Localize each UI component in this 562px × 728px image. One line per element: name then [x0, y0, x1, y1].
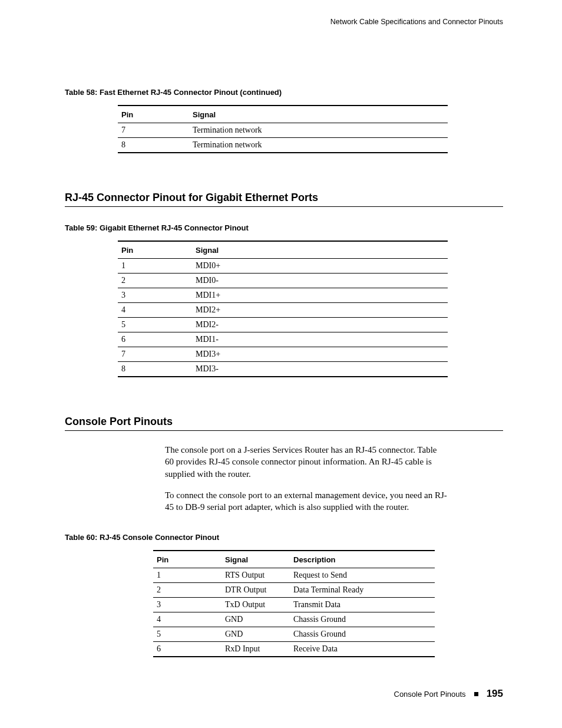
cell-signal: MDI0+ — [192, 259, 448, 274]
table-row: 8 Termination network — [118, 138, 448, 153]
section-heading-gigabit: RJ-45 Connector Pinout for Gigabit Ether… — [65, 192, 503, 204]
page-footer: Console Port Pinouts 195 — [394, 688, 504, 700]
cell-description: Data Terminal Ready — [290, 583, 435, 598]
cell-signal: GND — [222, 612, 290, 627]
cell-pin: 8 — [118, 138, 189, 153]
cell-pin: 1 — [153, 568, 222, 583]
cell-signal: MDI2+ — [192, 303, 448, 318]
table-row: 4MDI2+ — [118, 303, 448, 318]
cell-signal: RxD Input — [222, 642, 290, 657]
table-row: 7 Termination network — [118, 123, 448, 138]
cell-description: Request to Send — [290, 568, 435, 583]
table-58-caption: Table 58: Fast Ethernet RJ-45 Connector … — [65, 88, 503, 97]
paragraph: The console port on a J-series Services … — [165, 444, 448, 480]
cell-pin: 4 — [153, 612, 222, 627]
paragraph: To connect the console port to an extern… — [165, 489, 448, 513]
cell-pin: 2 — [153, 583, 222, 598]
cell-pin: 5 — [118, 318, 192, 332]
cell-pin: 1 — [118, 259, 192, 274]
th-pin: Pin — [153, 551, 222, 568]
cell-pin: 7 — [118, 123, 189, 138]
running-header: Network Cable Specifications and Connect… — [65, 18, 503, 26]
bullet-square-icon — [474, 692, 478, 696]
table-59-caption: Table 59: Gigabit Ethernet RJ-45 Connect… — [65, 223, 503, 232]
cell-signal: RTS Output — [222, 568, 290, 583]
table-row: 6MDI1- — [118, 332, 448, 347]
cell-description: Chassis Ground — [290, 612, 435, 627]
table-row: 3MDI1+ — [118, 288, 448, 303]
th-signal: Signal — [192, 241, 448, 259]
table-row: 8MDI3- — [118, 362, 448, 377]
th-pin: Pin — [118, 106, 189, 123]
cell-signal: MDI1+ — [192, 288, 448, 303]
table-60: Pin Signal Description 1RTS OutputReques… — [153, 550, 435, 657]
cell-signal: GND — [222, 627, 290, 642]
page-number: 195 — [487, 688, 503, 700]
cell-description: Transmit Data — [290, 598, 435, 612]
cell-pin: 2 — [118, 274, 192, 288]
table-60-caption: Table 60: RJ-45 Console Connector Pinout — [65, 533, 503, 542]
th-signal: Signal — [189, 106, 448, 123]
cell-signal: MDI2- — [192, 318, 448, 332]
cell-signal: MDI3- — [192, 362, 448, 377]
th-signal: Signal — [222, 551, 290, 568]
table-row: 1MDI0+ — [118, 259, 448, 274]
table-row: 2MDI0- — [118, 274, 448, 288]
cell-pin: 6 — [118, 332, 192, 347]
cell-signal: MDI0- — [192, 274, 448, 288]
section-heading-console: Console Port Pinouts — [65, 416, 503, 428]
table-row: 5MDI2- — [118, 318, 448, 332]
body-text: The console port on a J-series Services … — [165, 444, 448, 513]
cell-signal: MDI1- — [192, 332, 448, 347]
table-59: Pin Signal 1MDI0+ 2MDI0- 3MDI1+ 4MDI2+ 5… — [118, 241, 448, 377]
cell-signal: DTR Output — [222, 583, 290, 598]
table-58: Pin Signal 7 Termination network 8 Termi… — [118, 105, 448, 153]
cell-signal: Termination network — [189, 123, 448, 138]
cell-pin: 5 — [153, 627, 222, 642]
th-description: Description — [290, 551, 435, 568]
cell-pin: 4 — [118, 303, 192, 318]
cell-signal: MDI3+ — [192, 347, 448, 362]
cell-signal: Termination network — [189, 138, 448, 153]
table-row: 6RxD InputReceive Data — [153, 642, 435, 657]
table-row: 5GNDChassis Ground — [153, 627, 435, 642]
th-pin: Pin — [118, 241, 192, 259]
table-row: 2DTR OutputData Terminal Ready — [153, 583, 435, 598]
cell-description: Receive Data — [290, 642, 435, 657]
cell-pin: 3 — [153, 598, 222, 612]
cell-pin: 6 — [153, 642, 222, 657]
table-row: 1RTS OutputRequest to Send — [153, 568, 435, 583]
cell-pin: 7 — [118, 347, 192, 362]
cell-pin: 8 — [118, 362, 192, 377]
table-row: 3TxD OutputTransmit Data — [153, 598, 435, 612]
cell-signal: TxD Output — [222, 598, 290, 612]
cell-pin: 3 — [118, 288, 192, 303]
cell-description: Chassis Ground — [290, 627, 435, 642]
table-row: 4GNDChassis Ground — [153, 612, 435, 627]
table-row: 7MDI3+ — [118, 347, 448, 362]
footer-section-label: Console Port Pinouts — [394, 690, 466, 699]
